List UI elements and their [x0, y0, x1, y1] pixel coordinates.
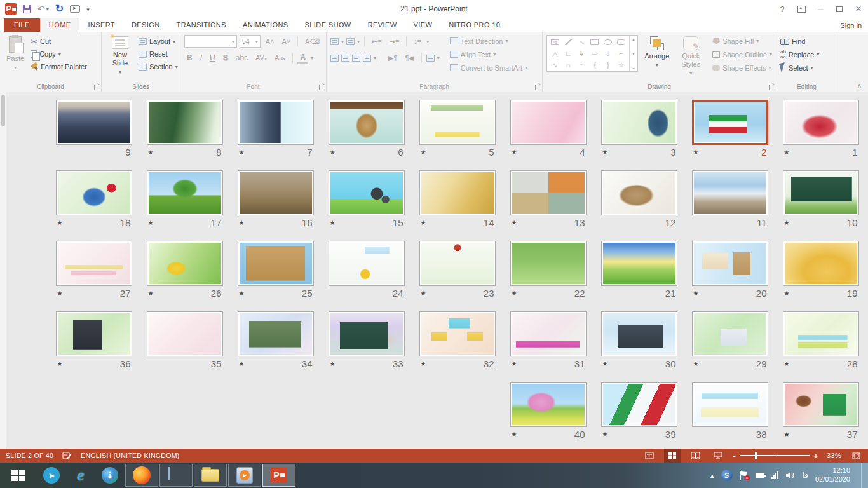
line-spacing-button[interactable]: ↕≡: [411, 37, 424, 46]
select-button[interactable]: Select▾: [780, 62, 819, 74]
slide-thumbnail[interactable]: [510, 241, 587, 286]
slide-thumbnail[interactable]: [329, 170, 405, 215]
customize-qat-icon[interactable]: ▾: [86, 6, 90, 13]
taskbar-file-explorer-button[interactable]: [194, 464, 227, 487]
replace-button[interactable]: abacReplace▾: [780, 48, 819, 60]
shape-rectangle[interactable]: [590, 39, 599, 45]
cut-button[interactable]: ✂Cut: [31, 35, 87, 48]
slide-thumbnail[interactable]: [601, 241, 677, 286]
slide-thumbnail[interactable]: [510, 311, 587, 356]
zoom-slider[interactable]: [740, 452, 810, 459]
shape-right-brace[interactable]: }: [607, 61, 609, 69]
increase-indent-button[interactable]: ⇥≡: [387, 37, 402, 46]
tab-insert[interactable]: INSERT: [79, 18, 123, 32]
restore-button[interactable]: [830, 2, 849, 16]
left-to-right-button[interactable]: ▶¶: [386, 53, 400, 63]
shapes-scroll-down-icon[interactable]: ▾: [632, 51, 635, 57]
slide-thumbnail[interactable]: [419, 100, 496, 145]
italic-button[interactable]: I: [198, 53, 205, 63]
slide-sorter-view-button[interactable]: [664, 449, 681, 463]
increase-font-size-button[interactable]: A˄: [263, 37, 277, 46]
shapes-scrollbar[interactable]: ▴ ▾ ≡: [629, 36, 637, 71]
start-from-beginning-icon[interactable]: [70, 5, 80, 13]
paragraph-dialog-launcher[interactable]: [535, 85, 541, 90]
slide-thumbnail[interactable]: [783, 311, 859, 356]
taskbar-clock[interactable]: 12:10 02/01/2020: [815, 466, 854, 484]
taskbar-internet-explorer-icon[interactable]: e: [66, 463, 95, 488]
powerpoint-logo-icon[interactable]: P: [5, 3, 17, 15]
save-icon[interactable]: [23, 5, 31, 13]
scrollbar-thumb[interactable]: [1, 95, 5, 126]
reset-button[interactable]: Reset: [139, 48, 178, 60]
tab-file[interactable]: FILE: [4, 18, 40, 32]
decrease-indent-button[interactable]: ⇤≡: [369, 37, 384, 46]
slide-thumbnail[interactable]: [238, 100, 314, 145]
shape-rounded-rectangle[interactable]: [617, 39, 625, 45]
layout-button[interactable]: Layout▾: [139, 35, 178, 48]
network-signal-icon[interactable]: [771, 471, 778, 479]
shapes-gallery[interactable]: A≡ ↘ △ ∟ ↳ ⇨ ⇩ ⌐ ∿ ∩ ~ { }: [546, 35, 638, 72]
shape-triangle[interactable]: △: [552, 50, 557, 58]
redo-icon[interactable]: ↻: [55, 4, 64, 14]
slide-show-button[interactable]: [710, 449, 726, 463]
taskbar-telegram-icon[interactable]: ➤: [37, 463, 66, 488]
tab-design[interactable]: DESIGN: [123, 18, 168, 32]
justify-icon[interactable]: [363, 55, 371, 62]
zoom-out-button[interactable]: -: [733, 451, 736, 461]
shape-text-box[interactable]: A≡: [551, 39, 559, 45]
start-button[interactable]: [0, 463, 37, 488]
slide-thumbnail[interactable]: [692, 100, 768, 145]
slide-thumbnail[interactable]: [601, 311, 677, 356]
shapes-more-icon[interactable]: ≡: [632, 65, 635, 70]
taskbar-powerpoint-button[interactable]: P: [262, 464, 295, 487]
slide-thumbnail[interactable]: [56, 100, 132, 145]
font-name-combo[interactable]: ▾: [184, 35, 237, 48]
underline-button[interactable]: U: [207, 53, 218, 63]
shape-down-arrow[interactable]: ⇩: [605, 50, 611, 58]
tab-home[interactable]: HOME: [40, 18, 80, 32]
section-button[interactable]: Section▾: [139, 60, 178, 73]
slide-thumbnail[interactable]: [329, 100, 405, 145]
clipboard-dialog-launcher[interactable]: [94, 85, 100, 90]
slide-thumbnail[interactable]: [147, 241, 223, 286]
slide-thumbnail[interactable]: [692, 311, 768, 356]
drawing-dialog-launcher[interactable]: [769, 85, 775, 90]
font-size-combo[interactable]: 54▾: [240, 35, 261, 48]
vertical-scrollbar[interactable]: [0, 92, 6, 449]
shape-oval[interactable]: [604, 39, 612, 45]
slide-thumbnail[interactable]: [510, 100, 587, 145]
character-spacing-button[interactable]: AV▾: [253, 53, 269, 62]
new-slide-button[interactable]: New Slide ▾: [105, 35, 135, 81]
slide-thumbnail[interactable]: [238, 241, 314, 286]
slide-thumbnail[interactable]: [692, 241, 768, 286]
shape-right-arrow[interactable]: ⇨: [592, 50, 597, 58]
font-color-button[interactable]: A: [297, 52, 308, 64]
shape-arc[interactable]: ∩: [566, 61, 571, 69]
language-indicator[interactable]: ENGLISH (UNITED KINGDOM): [81, 452, 179, 459]
align-left-icon[interactable]: [330, 55, 339, 62]
slide-thumbnail[interactable]: [238, 170, 314, 215]
slide-thumbnail[interactable]: [783, 241, 859, 286]
minimize-button[interactable]: ─: [811, 2, 830, 16]
columns-icon[interactable]: [426, 55, 435, 62]
slide-thumbnail[interactable]: [56, 241, 132, 286]
arrange-button[interactable]: Arrange ▾: [642, 35, 672, 81]
text-direction-button[interactable]: Text Direction▾: [450, 35, 527, 47]
slide-thumbnail[interactable]: [783, 170, 859, 215]
tab-view[interactable]: VIEW: [405, 18, 440, 32]
slide-thumbnail[interactable]: [419, 241, 496, 286]
format-painter-button[interactable]: Format Painter: [31, 60, 87, 73]
tab-nitro-pro[interactable]: NITRO PRO 10: [440, 18, 508, 32]
show-desktop-button[interactable]: [861, 463, 865, 488]
shape-effects-button[interactable]: Shape Effects▾: [712, 62, 772, 74]
bold-button[interactable]: B: [184, 53, 195, 63]
undo-button[interactable]: ↶▾: [37, 4, 49, 13]
slide-thumbnail[interactable]: [783, 382, 859, 427]
bullets-icon[interactable]: [330, 38, 339, 45]
align-right-icon[interactable]: [352, 55, 360, 62]
find-button[interactable]: Find: [780, 35, 819, 47]
decrease-font-size-button[interactable]: A˅: [279, 37, 293, 46]
shape-l-shape[interactable]: ⌐: [619, 50, 623, 57]
taskbar-idm-icon[interactable]: ⇣: [95, 463, 125, 488]
paste-button[interactable]: Paste ▾: [4, 35, 27, 81]
